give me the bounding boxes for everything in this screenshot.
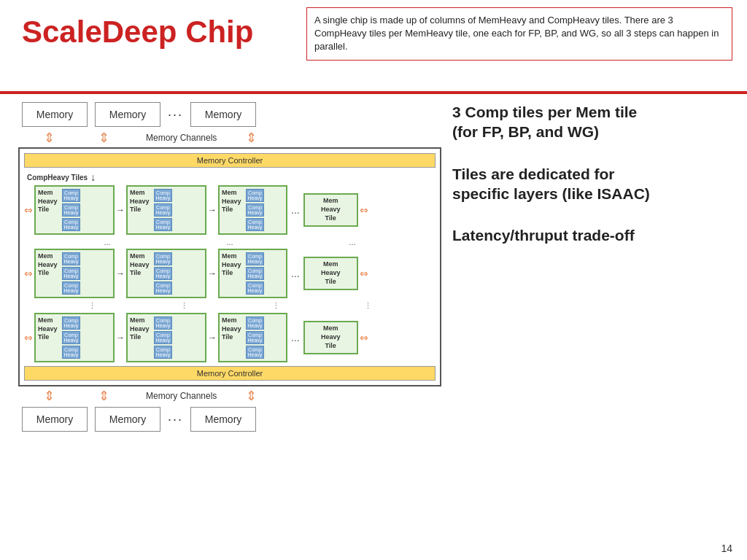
tile-label-3-1: MemHeavyTile	[38, 316, 59, 342]
bottom-dots: ···	[168, 412, 183, 427]
comp-box-8: CompHeavy	[246, 203, 265, 217]
tile-label-2-1: MemHeavyTile	[38, 252, 59, 278]
top-arrow-3: ⇕	[246, 130, 257, 146]
comp-box-18: CompHeavy	[246, 281, 265, 295]
bottom-arrow-3: ⇕	[246, 388, 257, 404]
tile-3-2: MemHeavyTile CompHeavy CompHeavy CompHea…	[126, 313, 206, 362]
arrow-r-2: →	[208, 205, 217, 215]
tile-label-1-1: MemHeavyTile	[38, 189, 59, 214]
left-arrows-2: ⇔	[24, 268, 33, 279]
bottom-channel-label: Memory Channels	[146, 391, 217, 401]
comp-box-11: CompHeavy	[62, 267, 81, 280]
memory-box-top-2: Memory	[95, 102, 160, 127]
tile-label-3-2: MemHeavyTile	[130, 316, 151, 342]
top-mem-controller: Memory Controller	[24, 153, 436, 168]
tile-3-1: MemHeavyTile CompHeavy CompHeavy CompHea…	[34, 313, 115, 362]
tile-label-1-4: MemHeavyTile	[307, 197, 355, 222]
comp-box-24: CompHeavy	[154, 346, 173, 359]
comp-boxes-2-1: CompHeavy CompHeavy CompHeavy	[62, 252, 81, 295]
bottom-channel-row: ⇕ ⇕ Memory Channels ⇕	[15, 388, 445, 404]
comp-box-7: CompHeavy	[246, 189, 265, 202]
memory-box-bottom-3: Memory	[190, 407, 256, 432]
bottom-arrow-1: ⇕	[44, 388, 55, 404]
comp-box-14: CompHeavy	[154, 267, 173, 280]
tile-2-4: MemHeavyTile	[303, 257, 358, 289]
comp-boxes-3-3: CompHeavy CompHeavy CompHeavy	[246, 316, 265, 359]
memory-row-top: Memory Memory ··· Memory	[15, 102, 445, 127]
memory-box-top-3: Memory	[190, 102, 256, 127]
comp-boxes-3-1: CompHeavy CompHeavy CompHeavy	[62, 316, 81, 359]
tile-1-2: MemHeavyTile CompHeavy CompHeavy CompHea…	[126, 185, 206, 235]
red-divider	[0, 91, 747, 94]
vdot1: ...	[104, 238, 110, 246]
bullet-3: Latency/thruput trade-off	[452, 225, 736, 245]
page-number: 14	[721, 542, 732, 554]
row-dots-2: ⋮ ⋮ ⋮ ⋮	[24, 300, 436, 311]
tile-3-4: MemHeavyTile	[303, 321, 358, 354]
bottom-arrow-2: ⇕	[98, 388, 109, 404]
lr-arrow-2: ⇔	[24, 268, 33, 279]
comp-box-12: CompHeavy	[62, 281, 81, 295]
tile-row-2: ⇔ MemHeavyTile CompHeavy CompHeavy CompH…	[24, 249, 436, 298]
tile-label-1-2: MemHeavyTile	[130, 189, 151, 214]
tile-label-3-4: MemHeavyTile	[307, 324, 355, 350]
left-arrows-1: ⇔	[24, 204, 33, 216]
tile-2-1: MemHeavyTile CompHeavy CompHeavy CompHea…	[34, 249, 115, 298]
chip-box: Memory Controller CompHeavy Tiles ↓ ⇔ Me…	[18, 147, 441, 386]
comp-box-13: CompHeavy	[154, 252, 173, 265]
comp-box-23: CompHeavy	[154, 331, 173, 344]
lr-arrow-1: ⇔	[24, 204, 33, 216]
top-arrow-2: ⇕	[98, 130, 109, 146]
comp-box-2: CompHeavy	[62, 203, 81, 217]
comp-boxes-1-3: CompHeavy CompHeavy CompHeavy	[246, 189, 265, 231]
comp-box-21: CompHeavy	[62, 346, 81, 359]
row-dots-1: ... ... ...	[24, 237, 436, 247]
comp-box-16: CompHeavy	[246, 252, 265, 265]
arrow-r-6: →	[208, 332, 217, 343]
main-content: Memory Memory ··· Memory ⇕ ⇕ Memory Chan…	[0, 98, 747, 560]
lr-arrow-r-2: ⇔	[360, 268, 368, 279]
comp-box-17: CompHeavy	[246, 267, 265, 280]
comp-boxes-1-1: CompHeavy CompHeavy CompHeavy	[62, 189, 81, 231]
comp-boxes-1-2: CompHeavy CompHeavy CompHeavy	[154, 189, 173, 231]
tile-label-2-4: MemHeavyTile	[307, 260, 355, 286]
bottom-mem-controller: Memory Controller	[24, 366, 436, 381]
tile-label-3-3: MemHeavyTile	[222, 316, 243, 342]
vdot6: ⋮	[272, 301, 280, 311]
compheavy-arrow: ↓	[90, 171, 96, 183]
top-dots: ···	[168, 107, 183, 122]
tile-label-1-3: MemHeavyTile	[222, 189, 243, 214]
tile-label-2-2: MemHeavyTile	[130, 252, 151, 278]
arrow-r-3: →	[116, 268, 125, 279]
page-title: ScaleDeep Chip	[22, 15, 253, 50]
right-arrows-1: ⇔	[360, 204, 368, 216]
tile-row-1: ⇔ MemHeavyTile CompHeavy CompHeavy CompH…	[24, 185, 436, 235]
row2-dots: ...	[291, 268, 300, 279]
memory-box-bottom-1: Memory	[22, 407, 88, 432]
vdot3: ...	[349, 238, 355, 246]
right-arrows-3: ⇔	[360, 332, 368, 343]
lr-arrow-3: ⇔	[24, 332, 33, 343]
bullet-1: 3 Comp tiles per Mem tile(for FP, BP, an…	[452, 102, 736, 142]
text-area: 3 Comp tiles per Mem tile(for FP, BP, an…	[452, 102, 736, 265]
tile-1-3: MemHeavyTile CompHeavy CompHeavy CompHea…	[218, 185, 287, 235]
right-arrows-2: ⇔	[360, 268, 368, 279]
vdot4: ⋮	[88, 301, 96, 311]
comp-box-25: CompHeavy	[246, 316, 265, 330]
comp-box-4: CompHeavy	[154, 189, 173, 202]
arrow-r-4: →	[208, 268, 217, 279]
row1-dots: ...	[291, 204, 300, 216]
comp-box-1: CompHeavy	[62, 189, 81, 202]
comp-boxes-2-3: CompHeavy CompHeavy CompHeavy	[246, 252, 265, 295]
comp-box-22: CompHeavy	[154, 316, 173, 330]
lr-arrow-r-1: ⇔	[360, 204, 368, 216]
top-arrow-1: ⇕	[44, 130, 55, 146]
comp-box-3: CompHeavy	[62, 218, 81, 231]
lr-arrow-r-3: ⇔	[360, 332, 368, 343]
left-arrows-3: ⇔	[24, 332, 33, 343]
tile-row-3: ⇔ MemHeavyTile CompHeavy CompHeavy CompH…	[24, 313, 436, 362]
tile-1-4: MemHeavyTile	[303, 193, 358, 226]
compheavy-tiles-label: CompHeavy Tiles	[27, 174, 88, 182]
comp-boxes-2-2: CompHeavy CompHeavy CompHeavy	[154, 252, 173, 295]
comp-box-5: CompHeavy	[154, 203, 173, 217]
